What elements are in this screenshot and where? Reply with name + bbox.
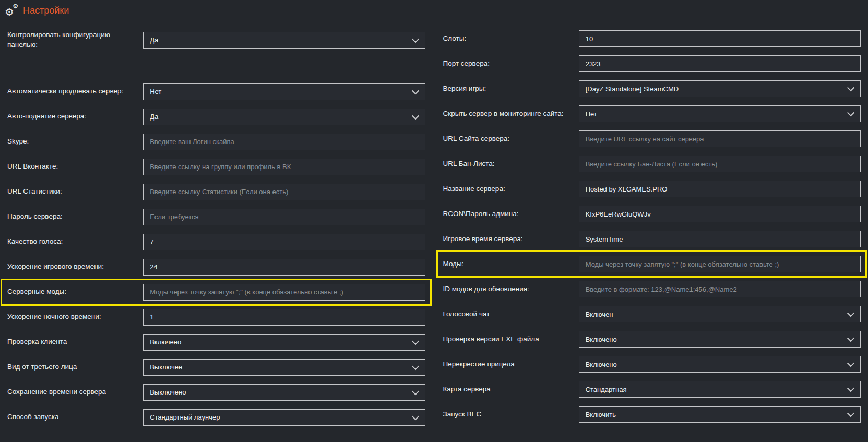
third-person-view-label: Вид от третьего лица [7,362,143,372]
game-version-select-wrap: [DayZ Standalone] SteamCMD [579,80,861,97]
server-mods-input[interactable] [143,284,425,301]
server-map-select[interactable]: Стандартная [579,381,861,398]
server-port-input[interactable] [579,55,861,72]
voice-chat-select-wrap: Включен [579,306,861,322]
server-time-save-select[interactable]: Выключено [143,384,425,401]
form-row-control-config-panel: Контролировать конфигурацию панелью:Да [7,30,425,50]
mod-ids-update-label: ID модов для обновления: [443,284,579,294]
auto-renew-server-select[interactable]: Нет [143,83,425,100]
mods-input[interactable] [579,256,861,272]
server-game-time-input[interactable] [579,231,861,247]
hide-server-monitoring-select[interactable]: Нет [579,105,861,122]
form-row-auto-raise-server: Авто-поднятие сервера:Да [7,109,425,125]
form-row-night-time-accel: Ускорение ночного времени: [7,309,425,326]
form-row-client-check: Проверка клиентаВключено [7,334,425,351]
server-map-label: Карта сервера [443,385,579,395]
skype-control [143,134,425,150]
settings-column-right: Слоты:Порт сервера:Версия игры:[DayZ Sta… [443,30,861,426]
control-config-panel-label: Контролировать конфигурацию панелью: [7,30,143,50]
ban-list-url-input[interactable] [579,156,861,172]
slots-input[interactable] [579,30,861,47]
game-version-label: Версия игры: [443,84,579,94]
night-time-accel-control [143,309,425,326]
client-check-select-wrap: Включено [143,334,425,351]
page-title: Настройки [23,5,69,16]
launch-method-select[interactable]: Стандартный лаунчер [143,409,425,426]
bec-launch-label: Запуск BEC [443,410,579,420]
bec-launch-select[interactable]: Включить [579,406,861,423]
form-row-server-port: Порт сервера: [443,55,861,72]
skype-input[interactable] [143,134,425,150]
form-row-server-map: Карта сервераСтандартная [443,381,861,398]
form-row-game-version: Версия игры:[DayZ Standalone] SteamCMD [443,80,861,97]
form-row-mods: Моды: [436,250,867,278]
form-row-slots: Слоты: [443,30,861,47]
crosshair-label: Перекрестие прицела [443,360,579,369]
game-time-accel-label: Ускорение игрового времени: [7,262,143,272]
server-time-save-control: Выключено [143,384,425,401]
launch-method-control: Стандартный лаунчер [143,409,425,426]
mods-label: Моды: [443,259,579,269]
server-name-label: Название сервера: [443,184,579,194]
game-version-select[interactable]: [DayZ Standalone] SteamCMD [579,80,861,97]
third-person-view-control: Выключен [143,359,425,376]
server-map-control: Стандартная [579,381,861,398]
server-time-save-select-wrap: Выключено [143,384,425,401]
bec-launch-control: Включить [579,406,861,423]
client-check-select[interactable]: Включено [143,334,425,351]
server-password-label: Пароль сервера: [7,212,143,222]
voice-quality-control [143,234,425,250]
server-site-url-input[interactable] [579,130,861,147]
settings-column-left: Контролировать конфигурацию панелью:ДаАв… [7,30,425,426]
server-name-input[interactable] [579,181,861,197]
launch-method-label: Способ запуска [7,412,143,422]
exe-version-check-label: Проверка версии EXE файла [443,335,579,344]
stats-url-input[interactable] [143,184,425,200]
form-row-server-site-url: URL Сайта сервера: [443,130,861,147]
slots-control [579,30,861,47]
gear-small-icon: ⚙ [13,3,18,9]
form-row-server-game-time: Игровое время сервера: [443,231,861,247]
rcon-admin-password-input[interactable] [579,206,861,222]
third-person-view-select[interactable]: Выключен [143,359,425,376]
form-row-voice-chat: Голосовой чатВключен [443,306,861,322]
exe-version-check-control: Включено [579,331,861,348]
control-config-panel-select[interactable]: Да [143,32,425,49]
server-password-control [143,209,425,225]
game-time-accel-input[interactable] [143,259,425,276]
form-row-launch-method: Способ запускаСтандартный лаунчер [7,409,425,426]
voice-quality-input[interactable] [143,234,425,250]
auto-renew-server-control: Нет [143,83,425,100]
form-row-voice-quality: Качество голоса: [7,234,425,250]
vk-url-input[interactable] [143,159,425,175]
auto-renew-server-label: Автоматически продлевать сервер: [7,87,143,97]
crosshair-select[interactable]: Включено [579,356,861,373]
server-password-input[interactable] [143,209,425,225]
server-name-control [579,181,861,197]
crosshair-control: Включено [579,356,861,373]
client-check-control: Включено [143,334,425,351]
server-game-time-label: Игровое время сервера: [443,234,579,244]
form-row-stats-url: URL Статистики: [7,184,425,200]
auto-raise-server-select[interactable]: Да [143,109,425,125]
form-row-bec-launch: Запуск BECВключить [443,406,861,423]
form-row-exe-version-check: Проверка версии EXE файлаВключено [443,331,861,348]
mod-ids-update-input[interactable] [579,281,861,297]
night-time-accel-input[interactable] [143,309,425,326]
server-mods-label: Серверные моды: [7,287,143,297]
rcon-admin-password-label: RCON\Пароль админа: [443,209,579,219]
server-map-select-wrap: Стандартная [579,381,861,398]
stats-url-control [143,184,425,200]
server-game-time-control [579,231,861,247]
server-port-control [579,55,861,72]
crosshair-select-wrap: Включено [579,356,861,373]
form-row-server-name: Название сервера: [443,181,861,197]
server-site-url-control [579,130,861,147]
page-header: ⚙ ⚙ Настройки [0,0,868,22]
voice-chat-select[interactable]: Включен [579,306,861,322]
exe-version-check-select[interactable]: Включено [579,331,861,348]
settings-form: Контролировать конфигурацию панелью:ДаАв… [0,22,868,434]
server-mods-control [143,284,425,301]
form-row-rcon-admin-password: RCON\Пароль админа: [443,206,861,222]
game-version-control: [DayZ Standalone] SteamCMD [579,80,861,97]
